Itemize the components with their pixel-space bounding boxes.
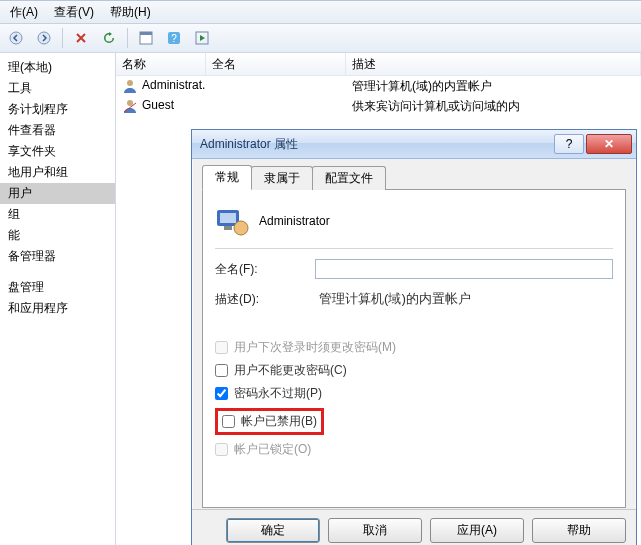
tree-item[interactable]: 享文件夹 <box>0 141 115 162</box>
checkbox-account-locked: 帐户已锁定(O) <box>215 441 613 458</box>
svg-text:?: ? <box>171 33 177 44</box>
tree-item[interactable]: 件查看器 <box>0 120 115 141</box>
ok-button[interactable]: 确定 <box>226 518 320 543</box>
cancel-button[interactable]: 取消 <box>328 518 422 543</box>
checkbox-label: 帐户已锁定(O) <box>234 441 311 458</box>
tab-strip: 常规 隶属于 配置文件 <box>202 168 626 190</box>
tree-item[interactable]: 地用户和组 <box>0 162 115 183</box>
listview-header: 名称 全名 描述 <box>116 53 641 76</box>
username-label: Administrator <box>259 214 330 228</box>
col-desc[interactable]: 描述 <box>346 53 641 75</box>
toolbar-separator <box>62 28 63 48</box>
dialog-close-button[interactable]: ✕ <box>586 134 632 154</box>
tree-item[interactable]: 盘管理 <box>0 277 115 298</box>
properties-dialog: Administrator 属性 ? ✕ 常规 隶属于 配置文件 Adminis… <box>191 129 637 545</box>
cell-desc: 管理计算机(域)的内置帐户 <box>346 78 641 95</box>
checkbox-account-disabled[interactable]: 帐户已禁用(B) <box>222 413 317 430</box>
delete-icon[interactable] <box>69 26 93 50</box>
checkbox-cannot-change-password[interactable]: 用户不能更改密码(C) <box>215 362 613 379</box>
list-item[interactable]: Guest 供来宾访问计算机或访问域的内 <box>116 96 641 116</box>
svg-point-12 <box>234 221 248 235</box>
nav-back-icon[interactable] <box>4 26 28 50</box>
checkbox-password-never-expires[interactable]: 密码永不过期(P) <box>215 385 613 402</box>
menu-bar: 作(A) 查看(V) 帮助(H) <box>0 1 641 24</box>
dialog-title: Administrator 属性 <box>200 136 552 153</box>
svg-rect-3 <box>140 32 152 35</box>
tree-item[interactable]: 组 <box>0 204 115 225</box>
dialog-button-row: 确定 取消 应用(A) 帮助 <box>192 509 636 545</box>
toolbar: ? <box>0 24 641 53</box>
checkbox-must-change-password: 用户下次登录时须更改密码(M) <box>215 339 613 356</box>
user-large-icon <box>215 204 249 238</box>
cell-desc: 供来宾访问计算机或访问域的内 <box>346 98 641 115</box>
col-name[interactable]: 名称 <box>116 53 206 75</box>
list-item[interactable]: Administrat... 管理计算机(域)的内置帐户 <box>116 76 641 96</box>
tree-item[interactable]: 能 <box>0 225 115 246</box>
cell-name: Administrat... <box>142 78 206 92</box>
checkbox-input <box>215 443 228 456</box>
description-label: 描述(D): <box>215 291 315 308</box>
checkbox-input[interactable] <box>215 387 228 400</box>
tab-memberof[interactable]: 隶属于 <box>251 166 313 190</box>
tab-general[interactable]: 常规 <box>202 165 252 190</box>
nav-tree[interactable]: 理(本地) 工具 务计划程序 件查看器 享文件夹 地用户和组 用户 组 能 备管… <box>0 53 116 545</box>
tab-page-general: Administrator 全名(F): 描述(D): 用户下次登录时须更改密码… <box>202 189 626 508</box>
checkbox-input <box>215 341 228 354</box>
properties-icon[interactable] <box>134 26 158 50</box>
dialog-titlebar[interactable]: Administrator 属性 ? ✕ <box>192 130 636 159</box>
cell-name: Guest <box>142 98 174 112</box>
checkbox-label: 用户不能更改密码(C) <box>234 362 347 379</box>
menu-help[interactable]: 帮助(H) <box>102 1 159 24</box>
toolbar-separator <box>127 28 128 48</box>
svg-point-7 <box>127 80 133 86</box>
user-icon <box>122 78 138 94</box>
checkbox-label: 用户下次登录时须更改密码(M) <box>234 339 396 356</box>
highlight-account-disabled: 帐户已禁用(B) <box>215 408 324 435</box>
checkbox-input[interactable] <box>222 415 235 428</box>
svg-point-1 <box>38 32 50 44</box>
tree-item[interactable]: 备管理器 <box>0 246 115 267</box>
tree-root[interactable]: 理(本地) <box>0 57 115 78</box>
apply-button[interactable]: 应用(A) <box>430 518 524 543</box>
tree-item[interactable]: 工具 <box>0 78 115 99</box>
close-icon: ✕ <box>604 137 614 151</box>
svg-rect-11 <box>224 226 232 230</box>
description-input[interactable] <box>315 289 613 309</box>
fullname-input[interactable] <box>315 259 613 279</box>
menu-view[interactable]: 查看(V) <box>46 1 102 24</box>
checkbox-label: 密码永不过期(P) <box>234 385 322 402</box>
svg-point-0 <box>10 32 22 44</box>
user-icon <box>122 98 138 114</box>
separator <box>215 248 613 249</box>
fullname-label: 全名(F): <box>215 261 315 278</box>
tree-item-users[interactable]: 用户 <box>0 183 115 204</box>
tree-item[interactable]: 务计划程序 <box>0 99 115 120</box>
svg-point-8 <box>127 100 133 106</box>
tree-item[interactable]: 和应用程序 <box>0 298 115 319</box>
menu-action[interactable]: 作(A) <box>2 1 46 24</box>
help-icon[interactable]: ? <box>162 26 186 50</box>
main-window: 作(A) 查看(V) 帮助(H) ? 理(本地) 工具 <box>0 0 641 545</box>
col-fullname[interactable]: 全名 <box>206 53 346 75</box>
svg-rect-10 <box>220 213 236 223</box>
help-glyph-icon: ? <box>566 137 573 151</box>
dialog-body: 常规 隶属于 配置文件 Administrator 全名(F): 描述(D <box>202 168 626 508</box>
tab-profile[interactable]: 配置文件 <box>312 166 386 190</box>
checkbox-label: 帐户已禁用(B) <box>241 413 317 430</box>
nav-forward-icon[interactable] <box>32 26 56 50</box>
run-icon[interactable] <box>190 26 214 50</box>
dialog-help-button[interactable]: ? <box>554 134 584 154</box>
refresh-icon[interactable] <box>97 26 121 50</box>
checkbox-input[interactable] <box>215 364 228 377</box>
help-button[interactable]: 帮助 <box>532 518 626 543</box>
